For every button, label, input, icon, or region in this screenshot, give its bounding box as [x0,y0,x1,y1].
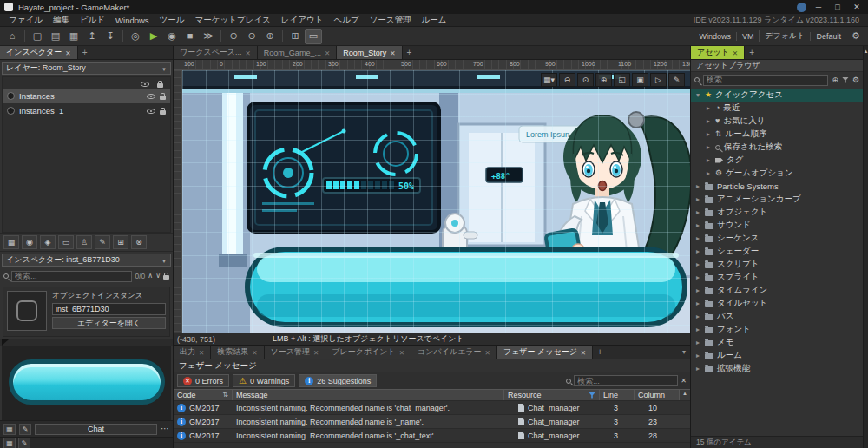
target-config[interactable]: デフォルト [759,30,810,42]
add-tab-button[interactable] [745,46,759,59]
chevron-right-icon[interactable] [694,326,701,333]
chevron-right-icon[interactable] [705,104,712,112]
visibility-column-icon[interactable] [141,82,149,87]
open-project-icon[interactable] [47,29,64,44]
zoom-reset-icon[interactable] [577,73,594,87]
room-canvas[interactable]: 50% +88° Lorem Ipsun [182,70,690,333]
warnings-filter[interactable]: 0 Warnings [233,374,295,387]
chevron-right-icon[interactable] [694,365,701,372]
tree-group-particle-systems[interactable]: Particle Systems [691,180,863,193]
tree-group-shaders[interactable]: シェーダー [691,245,863,258]
column-code[interactable]: Code [174,390,233,400]
chevron-right-icon[interactable] [705,117,712,125]
chevron-right-icon[interactable] [694,287,701,294]
run-button[interactable] [145,29,162,44]
close-button[interactable] [850,1,864,13]
gear-icon[interactable] [847,29,865,44]
zoom-out-icon[interactable] [559,73,575,87]
clear-tool-icon[interactable] [131,235,147,249]
table-scrollbar[interactable] [680,390,690,400]
table-row[interactable]: GM2017 Inconsistent naming. Recommended … [174,415,690,429]
clear-search-icon[interactable] [681,378,687,385]
close-tab-icon[interactable] [390,49,395,57]
filter-funnel-icon[interactable] [589,392,595,399]
tree-group-paths[interactable]: パス [691,310,863,323]
tab-breakpoints[interactable]: ブレークポイント [326,346,411,359]
tab-overflow-icon[interactable] [678,346,690,359]
menu-tools[interactable]: ツール [155,15,190,26]
add-tab-button[interactable] [78,46,92,59]
tree-group-fonts[interactable]: フォント [691,323,863,336]
chevron-right-icon[interactable] [694,313,701,320]
close-tab-icon[interactable] [325,49,330,57]
lock-icon[interactable] [163,275,169,280]
menu-source-control[interactable]: ソース管理 [365,15,417,26]
tree-item-game-options[interactable]: ゲームオプション [691,167,863,180]
layer-grid-tool-icon[interactable] [3,235,19,249]
layer-row-instances-1[interactable]: Instances_1 [3,103,170,118]
chevron-right-icon[interactable] [705,143,712,151]
build-target-selector[interactable]: Windows VM デフォルト Default [694,30,846,42]
menu-marketplace[interactable]: マーケットプレイス [190,15,276,26]
column-message[interactable]: Message [233,390,504,400]
piece-tool-icon[interactable] [76,235,92,249]
zoom-in-icon[interactable] [595,73,612,87]
minimize-button[interactable] [812,1,825,13]
chevron-right-icon[interactable] [705,156,712,164]
chevron-right-icon[interactable] [694,208,701,216]
scroll-up-icon[interactable] [865,48,868,54]
tab-inspector[interactable]: インスペクター [0,46,78,59]
table-row[interactable]: GM2017 Inconsistent naming. Recommended … [174,429,690,443]
tab-assets[interactable]: アセット [691,46,745,59]
target-icon[interactable] [127,29,144,44]
more-options-icon[interactable] [161,425,169,433]
lock-icon[interactable] [160,110,166,115]
close-tab-icon[interactable] [581,348,586,357]
preview-play-icon[interactable] [650,73,667,87]
instance-name-field[interactable]: inst_6B771D30 [52,303,166,315]
tab-room-game[interactable]: Room_Game_... [258,46,337,59]
layer-dropdown[interactable]: レイヤー: Room_Story [2,62,171,75]
message-box-instance[interactable] [245,247,687,327]
paint-mode-icon[interactable] [668,73,685,87]
chevron-right-icon[interactable] [694,195,701,203]
tree-group-sprites[interactable]: スプライト [691,271,863,284]
rect-tool-icon[interactable] [58,235,74,249]
tree-group-animation-curves[interactable]: アニメーションカーブ [691,193,863,206]
fit-view-icon[interactable] [614,73,630,87]
debug-button[interactable] [163,29,181,44]
instance-inspector-dropdown[interactable]: インスペクター: inst_6B771D30 [2,254,171,267]
target-device-icon[interactable] [305,29,322,44]
tree-item-favorites[interactable]: お気に入り [691,115,863,128]
tree-group-objects[interactable]: オブジェクト [691,206,863,219]
scroll-up-icon[interactable] [683,390,687,396]
chevron-right-icon[interactable] [694,339,701,346]
close-tab-icon[interactable] [313,348,319,357]
grid-settings-icon[interactable] [541,73,557,87]
target-runtime[interactable]: VM [736,32,760,41]
stop-button[interactable] [181,29,199,44]
menu-windows[interactable]: Windows [110,16,155,25]
tab-workspace[interactable]: ワークスペース... [174,46,258,59]
tree-item-saved-searches[interactable]: 保存された検索 [691,141,863,154]
column-resource[interactable]: Resource [504,390,600,400]
pen-tool-icon[interactable] [95,235,110,249]
target-platform[interactable]: Windows [694,32,736,41]
close-tab-icon[interactable] [733,49,738,57]
menu-edit[interactable]: 編集 [48,15,75,26]
close-tab-icon[interactable] [246,49,251,57]
tab-source-control[interactable]: ソース管理 [265,346,326,359]
home-icon[interactable] [3,29,21,44]
tree-group-scripts[interactable]: スクリプト [691,258,863,271]
suggestions-filter[interactable]: 26 Suggestions [299,374,377,387]
chevron-right-icon[interactable] [705,130,712,138]
tree-group-timelines[interactable]: タイムライン [691,284,863,297]
menu-file[interactable]: ファイル [3,15,48,26]
chevron-right-icon[interactable] [694,352,701,359]
image-icon[interactable] [3,438,16,448]
chevron-right-icon[interactable] [694,221,701,229]
lock-icon[interactable] [160,96,166,100]
chat-field[interactable]: Chat [35,424,157,435]
close-tab-icon[interactable] [399,348,404,357]
zoom-in-icon[interactable] [261,29,279,44]
